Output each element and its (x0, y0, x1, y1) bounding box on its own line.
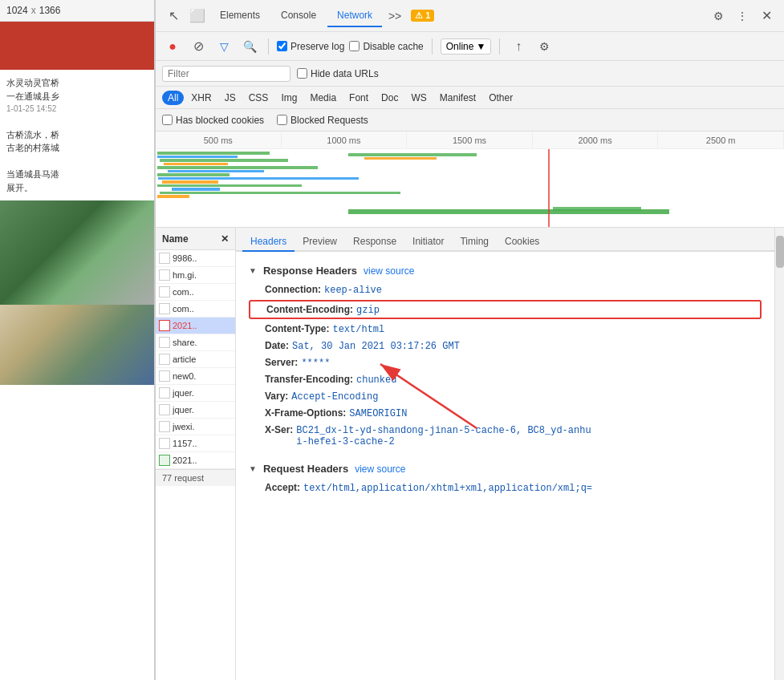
file-item-12[interactable]: 1157.. (156, 435, 235, 452)
right-scrollbar-thumb (776, 236, 784, 268)
online-select[interactable]: Online ▼ (441, 38, 492, 55)
hide-data-urls-checkbox[interactable]: Hide data URLs (297, 68, 379, 79)
file-item-9[interactable]: jquer. (156, 385, 235, 402)
file-item-13[interactable]: 2021.. (156, 452, 235, 469)
toolbar-divider3 (499, 38, 500, 55)
file-icon-11 (159, 421, 170, 432)
header-vary: Vary: Accept-Encoding (249, 388, 762, 405)
kebab-icon[interactable]: ⋮ (731, 5, 754, 27)
clear-button[interactable]: ⊘ (188, 36, 209, 57)
file-name-2: hm.gi. (173, 270, 197, 280)
file-item-2[interactable]: hm.gi. (156, 267, 235, 284)
tab-response[interactable]: Response (345, 233, 404, 252)
tab-headers[interactable]: Headers (242, 233, 295, 252)
tab-initiator[interactable]: Initiator (404, 233, 452, 252)
file-item-10[interactable]: jquer. (156, 402, 235, 419)
page-text-line3: 古桥流水，桥 (6, 128, 148, 142)
file-item-3[interactable]: com.. (156, 284, 235, 301)
right-scrollbar[interactable] (774, 228, 784, 680)
file-name-12: 1157.. (173, 439, 197, 448)
file-item-7[interactable]: article (156, 351, 235, 368)
file-item-8[interactable]: new0. (156, 368, 235, 385)
header-transfer-encoding-val: chunked (356, 374, 396, 386)
preserve-log-input[interactable] (277, 41, 287, 51)
file-name-1: 9986.. (173, 253, 197, 263)
svg-rect-2 (160, 159, 288, 162)
tab-elements[interactable]: Elements (210, 5, 270, 27)
file-item-6[interactable]: share. (156, 334, 235, 351)
page-top-bar: 1024 x 1366 (0, 0, 154, 22)
page-text-line5: 当通城县马港 (6, 168, 148, 181)
blocked-cookies-input[interactable] (162, 115, 173, 125)
timeline-1500ms: 1500 ms (407, 132, 533, 148)
toolbar-divider (268, 38, 269, 55)
filter-input[interactable] (162, 66, 290, 82)
devtools-topbar: ↖ ⬜ Elements Console Network >> ⚠ 1 ⚙ ⋮ … (156, 0, 784, 32)
timeline-2500ms: 2500 m (658, 132, 784, 148)
filter-bar: Hide data URLs (156, 61, 784, 87)
type-btn-js[interactable]: JS (219, 91, 242, 105)
page-image-1 (0, 200, 154, 305)
page-image-2 (0, 305, 154, 385)
section-triangle-request[interactable]: ▼ (249, 464, 257, 473)
more-tabs-icon[interactable]: >> (384, 5, 406, 27)
type-btn-css[interactable]: CSS (243, 91, 274, 105)
type-btn-xhr[interactable]: XHR (185, 91, 217, 105)
view-source-response[interactable]: view source (364, 265, 414, 277)
file-name-13: 2021.. (173, 455, 197, 465)
blocked-requests-checkbox[interactable]: Blocked Requests (277, 115, 368, 126)
type-btn-img[interactable]: Img (275, 91, 303, 105)
type-btn-doc[interactable]: Doc (376, 91, 404, 105)
type-btn-other[interactable]: Other (483, 91, 518, 105)
settings-icon[interactable]: ⚙ (534, 36, 554, 57)
file-item-1[interactable]: 9986.. (156, 250, 235, 267)
type-btn-font[interactable]: Font (343, 91, 374, 105)
timeline: 500 ms 1000 ms 1500 ms 2000 ms 2500 m (156, 132, 784, 228)
file-count: 77 request (156, 469, 235, 486)
upload-icon[interactable]: ↑ (508, 36, 529, 57)
request-headers-section: ▼ Request Headers view source (249, 463, 762, 475)
svg-rect-6 (157, 173, 230, 176)
device-icon[interactable]: ⬜ (186, 5, 209, 27)
view-source-request[interactable]: view source (355, 463, 405, 475)
page-red-banner (0, 22, 154, 70)
blocked-requests-input[interactable] (277, 115, 287, 125)
tab-network[interactable]: Network (327, 5, 382, 27)
type-btn-manifest[interactable]: Manifest (434, 91, 481, 105)
disable-cache-input[interactable] (349, 41, 360, 51)
record-button[interactable]: ● (162, 36, 183, 57)
detail-tabs: Headers Preview Response Initiator Timin… (236, 228, 774, 252)
type-btn-ws[interactable]: WS (405, 91, 432, 105)
blocked-cookies-checkbox[interactable]: Has blocked cookies (162, 115, 264, 126)
file-list-close-col[interactable]: ✕ (221, 233, 229, 245)
tab-console[interactable]: Console (271, 5, 326, 27)
file-icon-10 (159, 404, 170, 415)
section-triangle-response[interactable]: ▼ (249, 266, 257, 275)
file-name-9: jquer. (173, 388, 194, 398)
tab-cookies[interactable]: Cookies (497, 233, 547, 252)
type-btn-all[interactable]: All (162, 91, 184, 105)
file-item-4[interactable]: com.. (156, 301, 235, 318)
cursor-icon[interactable]: ↖ (162, 5, 185, 27)
header-content-encoding-key: Content-Encoding: (266, 304, 353, 315)
header-content-type-key: Content-Type: (265, 323, 329, 334)
close-devtools-button[interactable]: ✕ (755, 5, 778, 27)
devtools-panel: ↖ ⬜ Elements Console Network >> ⚠ 1 ⚙ ⋮ … (155, 0, 784, 680)
tab-preview[interactable]: Preview (295, 233, 345, 252)
file-item-5[interactable]: 2021.. (156, 318, 235, 334)
hide-data-urls-input[interactable] (297, 68, 307, 79)
header-transfer-encoding: Transfer-Encoding: chunked (249, 371, 762, 388)
disable-cache-checkbox[interactable]: Disable cache (349, 41, 423, 52)
gear-icon[interactable]: ⚙ (707, 5, 729, 27)
file-name-5: 2021.. (173, 321, 197, 330)
svg-rect-0 (157, 152, 270, 155)
filter-icon[interactable]: ▽ (213, 36, 234, 57)
tab-timing[interactable]: Timing (452, 233, 497, 252)
timeline-500ms: 500 ms (156, 132, 282, 148)
type-btn-media[interactable]: Media (304, 91, 342, 105)
page-dim-x: x (31, 5, 36, 16)
main-area: Name ✕ 9986.. hm.gi. com.. com.. (156, 228, 784, 680)
file-item-11[interactable]: jwexi. (156, 419, 235, 435)
search-icon[interactable]: 🔍 (239, 36, 260, 57)
preserve-log-checkbox[interactable]: Preserve log (277, 41, 344, 52)
